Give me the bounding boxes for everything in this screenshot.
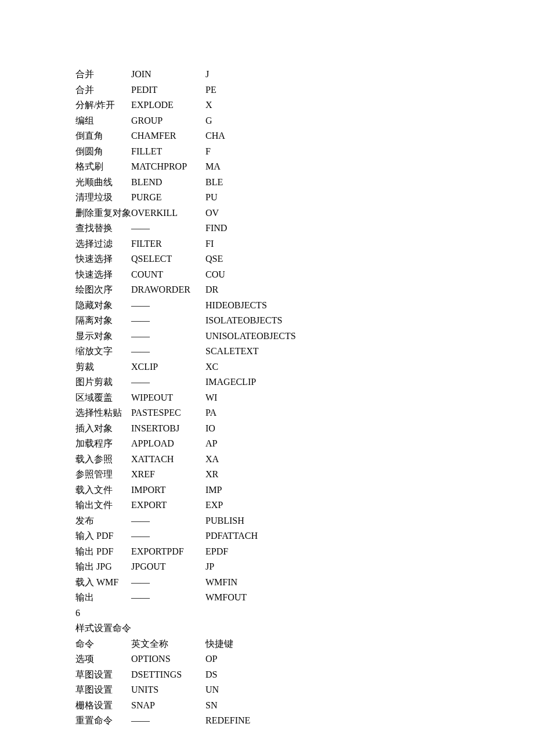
table-row: 分解/炸开EXPLODEX (75, 98, 459, 113)
cell: 草图设置 (75, 667, 131, 683)
cell: 区域覆盖 (75, 390, 131, 406)
cell: IMP (205, 483, 310, 498)
cell: 查找替换 (75, 221, 131, 236)
cell: 栅格设置 (75, 698, 131, 714)
cell: DS (205, 667, 310, 683)
table-row: 倒直角CHAMFERCHA (75, 128, 459, 144)
cell: 插入对象 (75, 421, 131, 437)
cell: 倒直角 (75, 128, 131, 144)
table-row: 绘图次序DRAWORDERDR (75, 282, 459, 298)
cell: ISOLATEOBJECTS (205, 313, 310, 329)
table-row: 载入文件IMPORTIMP (75, 483, 459, 498)
cell: XATTACH (131, 452, 205, 467)
cell: —— (131, 221, 205, 236)
cell: FILTER (131, 236, 205, 252)
table-row: 加载程序APPLOADAP (75, 436, 459, 452)
cell: 格式刷 (75, 159, 131, 175)
cell: WI (205, 390, 310, 406)
cell: PEDIT (131, 82, 205, 98)
table-row: 载入 WMF——WMFIN (75, 575, 459, 591)
document-content: 合并JOINJ合并PEDITPE分解/炸开EXPLODEX编组GROUPG倒直角… (75, 67, 459, 729)
cell: PU (205, 190, 310, 206)
cell: SCALETEXT (205, 344, 310, 359)
table-row: 快速选择QSELECTQSE (75, 251, 459, 267)
cell: 绘图次序 (75, 282, 131, 298)
cell: UNISOLATEOBJECTS (205, 329, 310, 344)
cell: PUBLISH (205, 513, 310, 529)
cell: 加载程序 (75, 436, 131, 452)
section-number: 6 (75, 606, 459, 621)
cell: 重置命令 (75, 713, 131, 729)
table-row: 快速选择COUNTCOU (75, 267, 459, 283)
cell: —— (131, 513, 205, 529)
cell: COUNT (131, 267, 205, 283)
table-row: 格式刷MATCHPROPMA (75, 159, 459, 175)
cell: 隔离对象 (75, 313, 131, 329)
header-cell: 命令 (75, 636, 131, 652)
cell: 分解/炸开 (75, 98, 131, 113)
cell: COU (205, 267, 310, 283)
table-row: 输出文件EXPORTEXP (75, 498, 459, 513)
cell: BLE (205, 175, 310, 190)
cell: 合并 (75, 82, 131, 98)
cell: EXPLODE (131, 98, 205, 113)
cell: HIDEOBJECTS (205, 298, 310, 314)
table-row: 草图设置UNITSUN (75, 682, 459, 698)
cell: —— (131, 528, 205, 544)
cell: BLEND (131, 175, 205, 190)
table-row: 隐藏对象——HIDEOBJECTS (75, 298, 459, 314)
cell: SNAP (131, 698, 205, 714)
cell: 快速选择 (75, 251, 131, 267)
cell: PDFATTACH (205, 528, 310, 544)
section-title: 样式设置命令 (75, 621, 459, 636)
cell: F (205, 144, 310, 160)
command-table-1: 合并JOINJ合并PEDITPE分解/炸开EXPLODEX编组GROUPG倒直角… (75, 67, 459, 606)
table-row: 显示对象——UNISOLATEOBJECTS (75, 329, 459, 344)
cell: PASTESPEC (131, 405, 205, 421)
cell: IMPORT (131, 483, 205, 498)
cell: XC (205, 359, 310, 375)
cell: EXPORT (131, 498, 205, 513)
cell: FILLET (131, 144, 205, 160)
table-row: 栅格设置SNAPSN (75, 698, 459, 714)
cell: OV (205, 206, 310, 221)
header-cell: 英文全称 (131, 636, 205, 652)
cell: INSERTOBJ (131, 421, 205, 437)
table-row: 清理垃圾PURGEPU (75, 190, 459, 206)
cell: 编组 (75, 113, 131, 129)
table-header-row: 命令 英文全称 快捷键 (75, 636, 459, 652)
cell: JPGOUT (131, 559, 205, 575)
table-row: 发布——PUBLISH (75, 513, 459, 529)
cell: 选择过滤 (75, 236, 131, 252)
table-row: 输入 PDF——PDFATTACH (75, 528, 459, 544)
cell: 输出文件 (75, 498, 131, 513)
cell: —— (131, 329, 205, 344)
cell: —— (131, 298, 205, 314)
table-row: 倒圆角FILLETF (75, 144, 459, 160)
cell: 载入 WMF (75, 575, 131, 591)
cell: —— (131, 590, 205, 606)
cell: MA (205, 159, 310, 175)
table-row: 插入对象INSERTOBJIO (75, 421, 459, 437)
cell: WMFIN (205, 575, 310, 591)
cell: 删除重复对象OVERKILL (75, 206, 205, 221)
cell: UN (205, 682, 310, 698)
cell: —— (131, 344, 205, 359)
table-row: 输出 JPGJPGOUTJP (75, 559, 459, 575)
table-row: 输出 PDFEXPORTPDFEPDF (75, 544, 459, 560)
cell: 草图设置 (75, 682, 131, 698)
table-row: 选项OPTIONSOP (75, 651, 459, 667)
cell: QSELECT (131, 251, 205, 267)
cell: XCLIP (131, 359, 205, 375)
cell: IO (205, 421, 310, 437)
cell: 载入文件 (75, 483, 131, 498)
cell: OP (205, 651, 310, 667)
cell: WMFOUT (205, 590, 310, 606)
cell: 图片剪裁 (75, 375, 131, 390)
cell: —— (131, 713, 205, 729)
table-row: 重置命令——REDEFINE (75, 713, 459, 729)
cell: FIND (205, 221, 310, 236)
table-row: 编组GROUPG (75, 113, 459, 129)
cell: 剪裁 (75, 359, 131, 375)
cell: GROUP (131, 113, 205, 129)
